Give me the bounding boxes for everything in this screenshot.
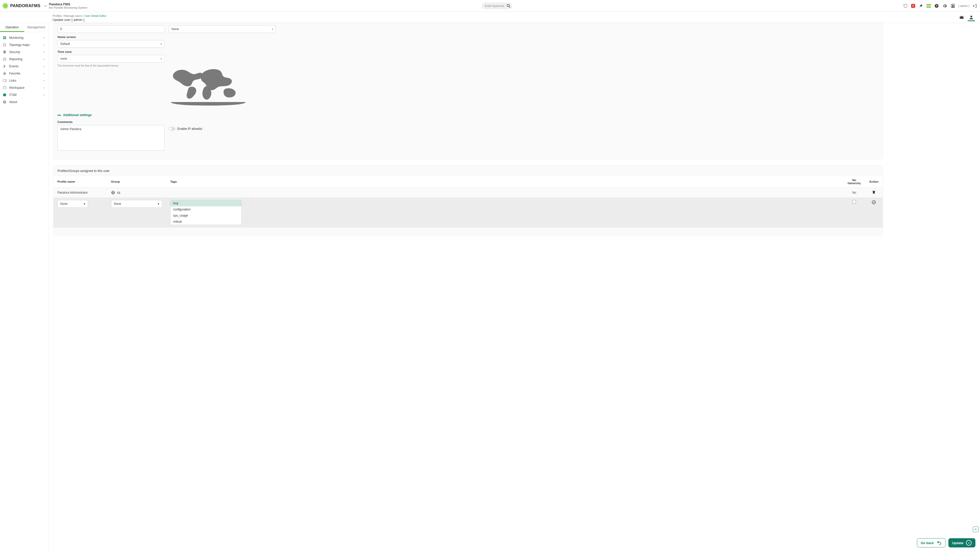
chevron-up-icon	[974, 528, 977, 531]
sidebar-item-icon	[3, 86, 6, 90]
sidebar-item-reporting[interactable]: Reporting▾	[0, 56, 48, 63]
chevron-down-icon: ▾	[43, 79, 45, 82]
sidebar-item-events[interactable]: Events▾	[0, 63, 48, 70]
breadcrumb-item[interactable]: Manage users	[64, 14, 82, 17]
svg-rect-9	[3, 37, 5, 38]
sidebar-tabs: Operation Management	[0, 23, 48, 32]
logout-icon[interactable]	[972, 3, 977, 8]
col-tags: Tags	[166, 176, 843, 187]
svg-point-13	[3, 44, 4, 44]
sidebar-item-icon	[3, 100, 6, 104]
comments-textarea[interactable]	[57, 125, 165, 151]
status-icon[interactable]	[926, 4, 931, 8]
chevron-down-icon: ▾	[43, 65, 45, 68]
right-select-value: None	[172, 27, 179, 31]
user-avatar-icon[interactable]	[950, 3, 956, 8]
gear-icon[interactable]	[942, 3, 947, 8]
sidebar-item-about[interactable]: About	[0, 98, 48, 106]
numeric-field[interactable]	[57, 25, 165, 33]
svg-point-14	[5, 44, 6, 44]
profiles-table: Profile name Group Tags No hierarchy Act…	[53, 176, 883, 227]
home-screen-label: Home screen	[57, 35, 879, 38]
sidebar-item-workspace[interactable]: Workspace▾	[0, 84, 48, 91]
timezone-label: Time zone	[57, 50, 879, 53]
sidebar-tab-management[interactable]: Management	[24, 23, 48, 32]
sidebar-item-icon	[3, 71, 6, 76]
chevron-down-icon: ▾	[43, 58, 45, 61]
svg-rect-10	[5, 37, 6, 38]
tag-option[interactable]: Any	[170, 200, 242, 206]
scroll-top-button[interactable]	[973, 527, 978, 532]
allowlist-toggle[interactable]	[169, 127, 175, 130]
right-select[interactable]: None ▾	[169, 25, 276, 33]
globe-icon	[111, 191, 115, 195]
tab-user-icon[interactable]	[968, 14, 975, 21]
cell-nohierarchy: No	[843, 187, 865, 198]
nohierarchy-checkbox[interactable]	[853, 200, 856, 203]
sidebar-item-label: ITSM	[9, 93, 17, 97]
svg-point-15	[3, 46, 4, 46]
svg-point-5	[953, 5, 954, 6]
profiles-heading: Profiles/Groups assigned to this user	[53, 165, 883, 176]
cell-group: All	[107, 187, 166, 198]
additional-settings-toggle[interactable]: Additional settings	[57, 113, 879, 117]
svg-point-8	[970, 16, 972, 17]
sidebar-item-security[interactable]: Security▾	[0, 48, 48, 56]
update-button[interactable]: Update	[948, 538, 975, 548]
sidebar-item-itsm[interactable]: ITSM▾	[0, 91, 48, 98]
refresh-icon[interactable]	[903, 3, 908, 8]
sidebar-item-label: Workspace	[9, 86, 24, 89]
sidebar-item-favorite[interactable]: Favorite▾	[0, 70, 48, 77]
svg-line-1	[509, 6, 511, 8]
breadcrumb: Profiles / Manage users / User Detail Ed…	[52, 14, 958, 17]
delete-row-button[interactable]	[872, 190, 876, 195]
tab-briefcase-icon[interactable]	[958, 14, 965, 21]
sidebar-item-topology-maps[interactable]: Topology maps▾	[0, 41, 48, 48]
svg-point-27	[872, 200, 876, 204]
tag-option[interactable]: critical	[170, 219, 242, 225]
table-row-editing: None▾ None▾ Anyconfigurationcpu_usagecri…	[53, 197, 883, 227]
svg-rect-22	[4, 102, 5, 103]
comments-label: Comments	[57, 121, 165, 124]
chevron-down-icon: ▾	[161, 57, 162, 60]
profile-select[interactable]: None▾	[57, 200, 88, 208]
chevron-down-icon: ▾	[43, 94, 45, 97]
svg-rect-20	[3, 94, 6, 97]
brand-logo-icon	[2, 3, 9, 9]
confirm-row-button[interactable]	[872, 200, 876, 205]
search-icon[interactable]	[506, 3, 511, 8]
chevron-down-icon: ▾	[43, 72, 45, 75]
go-back-button[interactable]: Go back	[917, 538, 946, 548]
home-screen-select[interactable]: Default ▾	[57, 40, 165, 48]
sidebar-item-icon	[3, 43, 6, 47]
timezone-select[interactable]: none ▾	[57, 55, 165, 62]
sidebar-tab-operation[interactable]: Operation	[0, 23, 24, 32]
global-search	[482, 3, 512, 9]
timezone-hint: The timezone must be that of the associa…	[57, 64, 165, 67]
sidebar-item-icon	[3, 93, 6, 97]
breadcrumb-item[interactable]: Profiles	[52, 14, 62, 17]
svg-rect-7	[961, 16, 963, 16]
world-map-image[interactable]	[169, 62, 248, 107]
tag-option[interactable]: cpu_usage	[170, 213, 242, 219]
chevron-down-icon: ▾	[43, 86, 45, 89]
app-subtitle: the Flexible Monitoring System	[49, 6, 126, 9]
tag-option[interactable]: configuration	[170, 206, 242, 213]
sidebar-item-links[interactable]: Links▾	[0, 77, 48, 84]
sidebar-collapse-icon[interactable]: ⇤	[45, 4, 48, 8]
group-select[interactable]: None▾	[111, 200, 162, 208]
profiles-card: Profiles/Groups assigned to this user Pr…	[53, 165, 883, 235]
chevron-down-icon: ▾	[43, 44, 45, 46]
notifications-badge[interactable]: 2	[911, 4, 915, 8]
pin-icon[interactable]	[918, 3, 923, 8]
sidebar-item-monitoring[interactable]: Monitoring▾	[0, 34, 48, 41]
tags-multiselect[interactable]: Anyconfigurationcpu_usagecritical	[170, 200, 242, 225]
col-group: Group	[107, 176, 166, 187]
chevron-down-icon: ▾	[161, 43, 162, 45]
svg-rect-19	[3, 87, 6, 89]
help-icon[interactable]: ?	[934, 3, 939, 8]
breadcrumb-bar: Profiles / Manage users / User Detail Ed…	[0, 12, 980, 23]
header-actions: 2 ? [ admin ]	[903, 3, 977, 8]
undo-icon	[936, 540, 942, 546]
svg-rect-12	[5, 38, 6, 39]
